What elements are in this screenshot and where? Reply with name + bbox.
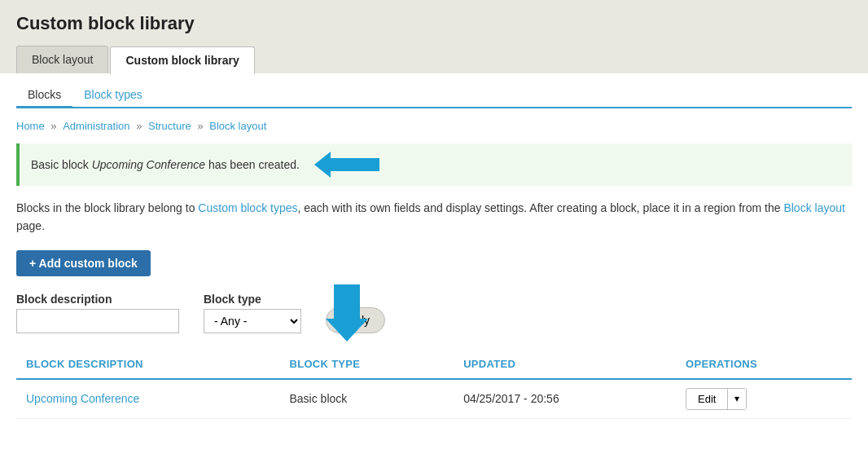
edit-button[interactable]: Edit xyxy=(686,389,728,409)
edit-dropdown-button[interactable]: ▾ xyxy=(728,389,746,409)
primary-tabs: Block layout Custom block library xyxy=(16,46,852,73)
svg-marker-1 xyxy=(326,284,368,342)
block-type-field: Block type - Any - Basic block xyxy=(204,293,301,333)
table-row: Upcoming Conference Basic block 04/25/20… xyxy=(16,379,852,419)
cell-block-type: Basic block xyxy=(280,379,454,419)
col-operations: OPERATIONS xyxy=(676,350,852,379)
table-body: Upcoming Conference Basic block 04/25/20… xyxy=(16,379,852,419)
breadcrumb-sep-1: » xyxy=(50,120,59,132)
block-description-field: Block description xyxy=(16,293,179,333)
cell-updated: 04/25/2017 - 20:56 xyxy=(454,379,676,419)
status-text: Basic block Upcoming Conference has been… xyxy=(31,158,300,171)
table-header: BLOCK DESCRIPTION BLOCK TYPE UPDATED OPE… xyxy=(16,350,852,379)
page-title: Custom block library xyxy=(16,13,852,34)
breadcrumb-sep-2: » xyxy=(136,120,145,132)
cell-operations: Edit ▾ xyxy=(676,379,852,419)
block-description-label: Block description xyxy=(16,293,179,306)
tab-custom-block-library[interactable]: Custom block library xyxy=(110,46,254,74)
block-type-select[interactable]: - Any - Basic block xyxy=(204,309,301,333)
description-text: Blocks in the block library belong to Cu… xyxy=(16,199,852,236)
cell-block-description: Upcoming Conference xyxy=(16,379,280,419)
sub-tabs: Blocks Block types xyxy=(16,73,852,108)
col-block-type: BLOCK TYPE xyxy=(280,350,454,379)
custom-block-types-link[interactable]: Custom block types xyxy=(198,201,297,214)
sub-tab-block-types[interactable]: Block types xyxy=(72,83,154,108)
sub-tab-blocks[interactable]: Blocks xyxy=(16,83,72,108)
breadcrumb-structure[interactable]: Structure xyxy=(148,120,191,132)
block-layout-link[interactable]: Block layout xyxy=(783,201,844,214)
page-header: Custom block library Block layout Custom… xyxy=(0,0,868,73)
col-updated: UPDATED xyxy=(454,350,676,379)
breadcrumb-home[interactable]: Home xyxy=(16,120,45,132)
block-type-label: Block type xyxy=(204,293,301,306)
down-arrow-annotation xyxy=(326,284,368,342)
add-custom-block-button[interactable]: + Add custom block xyxy=(16,250,151,276)
table-header-row: BLOCK DESCRIPTION BLOCK TYPE UPDATED OPE… xyxy=(16,350,852,379)
block-description-input[interactable] xyxy=(16,309,179,333)
breadcrumb-administration[interactable]: Administration xyxy=(63,120,129,132)
main-content: Blocks Block types Home » Administration… xyxy=(0,73,868,435)
edit-btn-group: Edit ▾ xyxy=(686,388,747,410)
left-arrow-annotation xyxy=(314,152,379,178)
block-description-link[interactable]: Upcoming Conference xyxy=(26,392,139,405)
breadcrumb-sep-3: » xyxy=(197,120,206,132)
breadcrumb-block-layout[interactable]: Block layout xyxy=(209,120,266,132)
svg-marker-0 xyxy=(314,152,379,178)
filter-form: Block description Block type - Any - Bas… xyxy=(16,293,852,333)
block-table: BLOCK DESCRIPTION BLOCK TYPE UPDATED OPE… xyxy=(16,350,852,419)
breadcrumb: Home » Administration » Structure » Bloc… xyxy=(16,120,852,132)
col-block-description: BLOCK DESCRIPTION xyxy=(16,350,280,379)
status-message: Basic block Upcoming Conference has been… xyxy=(16,143,852,186)
status-block-name: Upcoming Conference xyxy=(92,158,205,171)
tab-block-layout[interactable]: Block layout xyxy=(16,46,108,73)
